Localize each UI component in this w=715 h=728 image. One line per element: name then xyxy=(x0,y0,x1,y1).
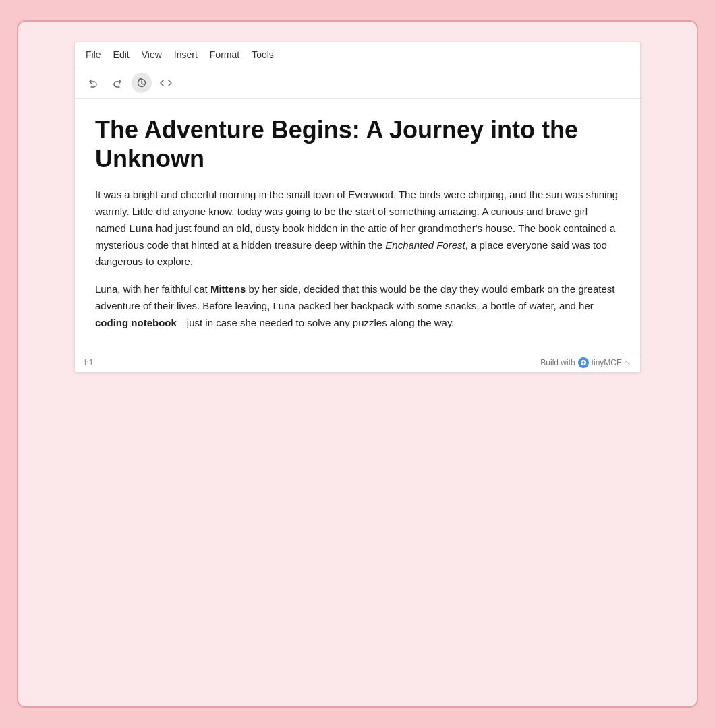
element-tag: h1 xyxy=(84,358,93,367)
undo-icon xyxy=(88,78,98,88)
brand-name: tinyMCE xyxy=(592,358,622,367)
code-embed-button[interactable] xyxy=(156,73,176,93)
menu-tools[interactable]: Tools xyxy=(252,49,274,60)
content-area[interactable]: The Adventure Begins: A Journey into the… xyxy=(75,99,640,353)
menu-view[interactable]: View xyxy=(142,49,162,60)
redo-button[interactable] xyxy=(107,73,127,93)
menu-bar: File Edit View Insert Format Tools xyxy=(75,42,640,67)
toolbar xyxy=(75,67,640,99)
menu-format[interactable]: Format xyxy=(210,49,239,60)
redo-icon xyxy=(112,78,123,88)
para1-bold1: Luna xyxy=(129,222,153,234)
tinymce-branding: Build with tinyMCE ⤡ xyxy=(540,357,631,368)
para2-suffix: —just in case she needed to solve any pu… xyxy=(177,317,455,328)
document-title: The Adventure Begins: A Journey into the… xyxy=(95,115,620,173)
build-with-text: Build with xyxy=(540,358,575,367)
para2-bold2: coding notebook xyxy=(95,317,177,328)
history-button[interactable] xyxy=(132,73,152,93)
undo-button[interactable] xyxy=(83,73,103,93)
para2-bold1: Mittens xyxy=(210,283,246,295)
outer-frame: File Edit View Insert Format Tools xyxy=(17,20,698,708)
history-icon xyxy=(136,78,147,88)
tinymce-icon xyxy=(578,357,589,368)
para1-italic1: Enchanted Forest xyxy=(385,239,465,251)
menu-file[interactable]: File xyxy=(86,49,101,60)
paragraph-2: Luna, with her faithful cat Mittens by h… xyxy=(95,281,620,331)
code-embed-icon xyxy=(159,78,173,88)
resize-icon[interactable]: ⤡ xyxy=(625,359,631,367)
status-bar: h1 Build with tinyMCE ⤡ xyxy=(75,353,640,372)
editor-container: File Edit View Insert Format Tools xyxy=(74,42,641,373)
para2-prefix: Luna, with her faithful cat xyxy=(95,283,210,295)
menu-edit[interactable]: Edit xyxy=(113,49,130,60)
menu-insert[interactable]: Insert xyxy=(174,49,198,60)
paragraph-1: It was a bright and cheerful morning in … xyxy=(95,187,620,270)
